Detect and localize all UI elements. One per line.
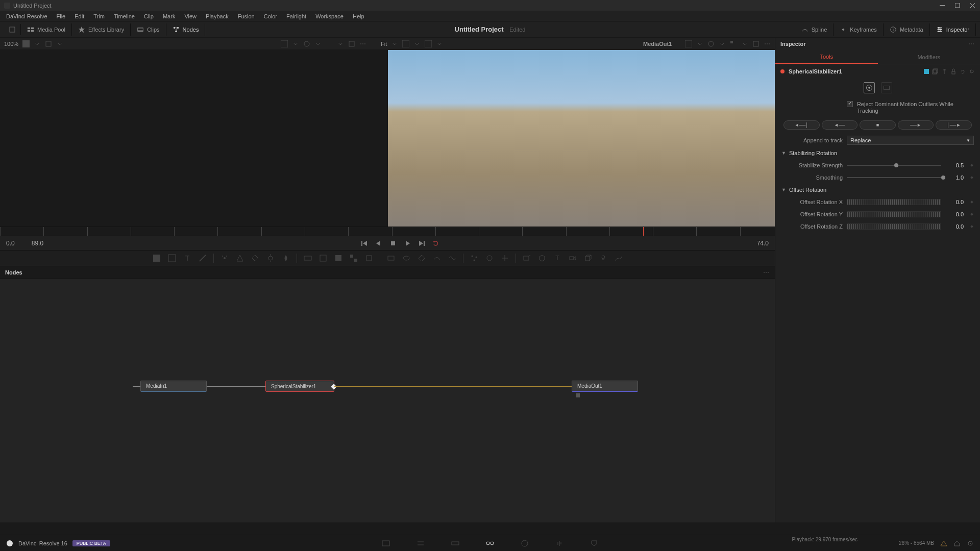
brightness-tool-icon[interactable] [266, 254, 275, 263]
media-pool-button[interactable]: Media Pool [21, 23, 72, 36]
stabilizing-rotation-section[interactable]: ▼ Stabilizing Rotation [780, 147, 975, 159]
pin-icon[interactable] [941, 68, 947, 74]
3d-shape-icon[interactable] [537, 254, 547, 263]
tools-tab[interactable]: Tools [775, 50, 878, 64]
chevron-down-icon[interactable] [436, 40, 443, 47]
settings-tab-icon[interactable] [881, 82, 892, 93]
smoothing-slider[interactable] [847, 177, 941, 178]
chevron-down-icon[interactable] [34, 40, 41, 47]
inspector-more-icon[interactable] [968, 40, 975, 47]
view-b-icon[interactable] [402, 40, 409, 47]
chevron-down-icon[interactable] [56, 40, 63, 47]
track-reverse-from-end-button[interactable]: ◄──│ [783, 120, 820, 130]
mediain-node[interactable]: MediaIn1 [140, 381, 207, 392]
blur-tool-icon[interactable] [281, 254, 290, 263]
mediaout-node[interactable]: MediaOut1 [572, 381, 638, 392]
pemitter-tool-icon[interactable] [500, 254, 509, 263]
offset-x-dial[interactable] [847, 199, 941, 205]
fairlight-page-tab[interactable] [555, 539, 564, 548]
smoothing-value[interactable]: 1.0 [945, 173, 966, 182]
fusion-page-tab[interactable] [485, 539, 495, 548]
node-color-chip[interactable] [924, 69, 929, 74]
keyframe-icon[interactable] [970, 212, 974, 216]
ellipse-mask-icon[interactable] [402, 254, 411, 263]
tracker-tool-icon[interactable] [235, 254, 244, 263]
track-reverse-button[interactable]: ◄── [822, 120, 858, 130]
offset-rotation-section[interactable]: ▼ Offset Rotation [780, 184, 975, 196]
node-preview-dot[interactable] [576, 393, 580, 397]
reset-icon[interactable] [960, 68, 966, 74]
nodes-button[interactable]: Nodes [166, 23, 206, 36]
camera-tool-icon[interactable] [568, 254, 577, 263]
resize-tool-icon[interactable] [364, 254, 374, 263]
close-button[interactable] [970, 3, 976, 9]
menu-mark[interactable]: Mark [159, 12, 179, 20]
merge-tool-icon[interactable] [303, 254, 312, 263]
rectangle-mask-icon[interactable] [386, 254, 396, 263]
offset-y-dial[interactable] [847, 211, 941, 217]
offset-z-dial[interactable] [847, 223, 941, 230]
particles-tool-icon[interactable] [470, 254, 479, 263]
globe-icon[interactable] [303, 40, 310, 47]
timeline-ruler[interactable] [0, 227, 775, 236]
globe-b-icon[interactable] [707, 40, 715, 47]
modifiers-tab[interactable]: Modifiers [878, 50, 981, 64]
offset-y-value[interactable]: 0.0 [945, 210, 966, 218]
track-forward-from-start-button[interactable]: │──► [936, 120, 972, 130]
single-view-icon[interactable] [348, 40, 355, 47]
timecode-end[interactable]: 89.0 [32, 240, 43, 247]
transform-tool-icon[interactable] [318, 254, 328, 263]
more-b-icon[interactable] [764, 40, 771, 47]
view-c-icon[interactable] [425, 40, 432, 47]
lock-icon[interactable] [950, 68, 957, 74]
keyframe-icon[interactable] [970, 200, 974, 204]
minimize-button[interactable] [939, 3, 945, 9]
more-icon[interactable] [359, 40, 366, 47]
chevron-down-icon[interactable] [337, 40, 344, 47]
home-icon[interactable] [953, 540, 961, 547]
menu-fairlight[interactable]: Fairlight [282, 12, 310, 20]
3d-cube-icon[interactable] [583, 254, 593, 263]
menu-help[interactable]: Help [349, 12, 369, 20]
reject-motion-checkbox[interactable] [847, 101, 853, 107]
chevron-down-icon[interactable] [292, 40, 299, 47]
single-b-icon[interactable] [752, 40, 760, 47]
offset-x-value[interactable]: 0.0 [945, 198, 966, 206]
channel-tool-icon[interactable] [349, 254, 358, 263]
menu-workspace[interactable]: Workspace [311, 12, 348, 20]
warning-icon[interactable] [940, 540, 947, 547]
fit-dropdown[interactable]: Fit [381, 41, 387, 47]
mask-tool-icon[interactable] [220, 254, 229, 263]
maximize-button[interactable] [954, 3, 961, 9]
chevron-down-icon[interactable] [391, 40, 398, 47]
spline-button[interactable]: Spline [795, 23, 834, 36]
3d-image-icon[interactable] [522, 254, 531, 263]
view-d-icon[interactable] [685, 40, 692, 47]
playhead[interactable] [643, 227, 644, 236]
background-tool-icon[interactable] [152, 254, 161, 263]
stop-button[interactable] [389, 240, 397, 247]
menu-trim[interactable]: Trim [89, 12, 109, 20]
view-options-icon[interactable] [45, 40, 52, 47]
chevron-down-icon[interactable] [696, 40, 703, 47]
keyframe-icon[interactable] [970, 224, 974, 229]
grid-b-icon[interactable] [730, 40, 737, 47]
planar-tool-icon[interactable] [251, 254, 260, 263]
paint-tool-icon[interactable] [198, 254, 207, 263]
menu-edit[interactable]: Edit [70, 12, 88, 20]
versions-icon[interactable] [932, 68, 938, 74]
keyframes-button[interactable]: Keyframes [834, 23, 884, 36]
inspector-button[interactable]: Inspector [930, 23, 976, 36]
bitmap-mask-icon[interactable] [448, 254, 457, 263]
polygon-mask-icon[interactable] [417, 254, 426, 263]
loop-button[interactable] [432, 240, 439, 247]
view-a-icon[interactable] [281, 40, 288, 47]
keyframe-icon[interactable] [970, 163, 974, 167]
timecode-current[interactable]: 74.0 [757, 240, 769, 247]
menu-clip[interactable]: Clip [140, 12, 158, 20]
metadata-button[interactable]: i Metadata [884, 23, 930, 36]
expand-left-icon[interactable] [4, 24, 21, 35]
clips-button[interactable]: Clips [131, 23, 166, 36]
prender-tool-icon[interactable] [485, 254, 494, 263]
fastnoise-tool-icon[interactable] [167, 254, 177, 263]
